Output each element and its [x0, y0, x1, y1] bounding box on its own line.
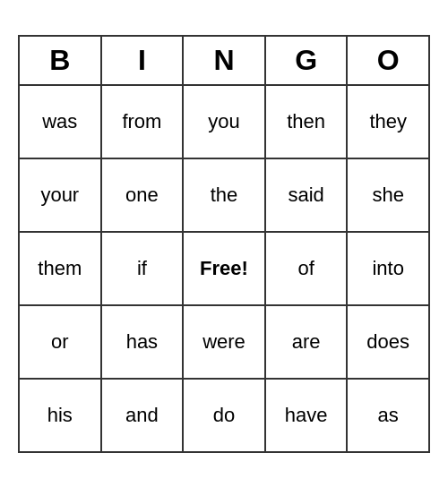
- bingo-row: wasfromyouthenthey: [20, 86, 428, 159]
- bingo-cell[interactable]: were: [184, 306, 266, 378]
- bingo-cell[interactable]: you: [184, 86, 266, 158]
- bingo-cell[interactable]: into: [348, 233, 428, 304]
- bingo-cell[interactable]: if: [102, 233, 185, 304]
- bingo-cell[interactable]: have: [266, 380, 349, 451]
- bingo-cell[interactable]: do: [184, 380, 266, 451]
- bingo-cell[interactable]: she: [348, 159, 428, 231]
- header-letter: G: [266, 37, 349, 84]
- header-letter: N: [184, 37, 266, 84]
- bingo-row: themifFree!ofinto: [20, 233, 428, 306]
- header-letter: B: [20, 37, 102, 84]
- bingo-cell[interactable]: the: [184, 159, 266, 231]
- bingo-cell[interactable]: and: [102, 380, 185, 451]
- bingo-cell[interactable]: one: [102, 159, 185, 231]
- bingo-cell[interactable]: of: [266, 233, 349, 304]
- bingo-cell[interactable]: them: [20, 233, 102, 304]
- bingo-cell[interactable]: has: [102, 306, 185, 378]
- bingo-cell[interactable]: then: [266, 86, 349, 158]
- bingo-cell[interactable]: they: [348, 86, 428, 158]
- bingo-cell[interactable]: as: [348, 380, 428, 451]
- bingo-row: orhaswerearedoes: [20, 306, 428, 380]
- bingo-body: wasfromyouthentheyyouronethesaidshethemi…: [20, 86, 428, 451]
- bingo-row: youronethesaidshe: [20, 159, 428, 233]
- bingo-cell[interactable]: your: [20, 159, 102, 231]
- bingo-cell[interactable]: was: [20, 86, 102, 158]
- header-letter: O: [348, 37, 428, 84]
- bingo-cell[interactable]: his: [20, 380, 102, 451]
- bingo-card: BINGO wasfromyouthentheyyouronethesaidsh…: [18, 35, 430, 453]
- bingo-header: BINGO: [20, 37, 428, 86]
- bingo-cell[interactable]: or: [20, 306, 102, 378]
- bingo-cell[interactable]: said: [266, 159, 349, 231]
- bingo-cell[interactable]: are: [266, 306, 349, 378]
- bingo-cell[interactable]: from: [102, 86, 185, 158]
- header-letter: I: [102, 37, 185, 84]
- bingo-row: hisanddohaveas: [20, 380, 428, 451]
- bingo-cell[interactable]: does: [348, 306, 428, 378]
- bingo-cell[interactable]: Free!: [184, 233, 266, 304]
